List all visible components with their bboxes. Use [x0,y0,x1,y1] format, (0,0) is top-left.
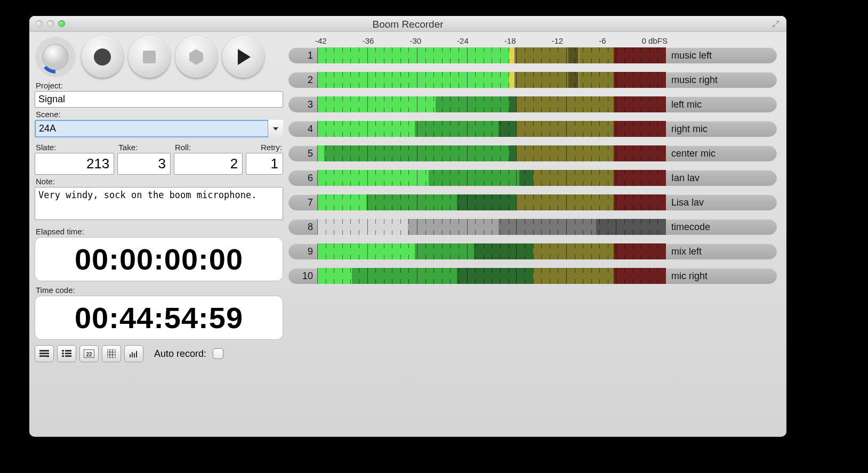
db-scale: -42-36-30-24-18-12-60 dbFS [315,36,668,45]
scene-combo[interactable] [35,120,283,137]
meter-segment [515,72,568,88]
scale-tick: -36 [363,36,374,45]
scale-tick: -42 [315,36,327,45]
meters-panel: -42-36-30-24-18-12-60 dbFS 1music left2m… [288,32,786,437]
meter-segment [614,96,666,112]
meter-segment [415,219,499,235]
channel-name[interactable]: center mic [666,145,777,161]
channel-name[interactable]: timecode [666,219,777,235]
svg-rect-22 [136,351,137,357]
timecode-display: 00:44:54:59 [35,296,283,340]
view-grid-button[interactable] [102,345,121,362]
meter-segment [317,268,352,284]
meter-segment [614,47,666,63]
scene-dropdown-button[interactable] [268,120,283,137]
scale-tick: -18 [504,36,516,45]
level-meter [317,96,666,112]
channel-name[interactable]: music right [666,72,777,88]
channel-number: 5 [288,145,317,161]
scale-tick: -6 [599,36,606,45]
meter-segment [614,145,666,161]
meter-segment [516,145,614,161]
channel-name[interactable]: mic right [666,268,777,284]
channel-name[interactable]: Lisa lav [666,194,777,210]
meter-segment [516,121,614,137]
record-button[interactable] [82,36,123,78]
view-meters-button[interactable] [124,345,143,362]
meter-segment [474,243,533,259]
app-window: Boom Recorder [29,16,786,437]
view-table-button[interactable] [57,345,76,362]
meter-segment [422,243,474,259]
gain-knob[interactable] [35,36,76,78]
take-input[interactable] [117,153,171,175]
retry-label: Retry: [247,143,282,152]
channel-name[interactable]: Ian lav [666,170,777,186]
meter-segment [614,243,666,259]
meter-segment [509,47,515,63]
meter-segment [324,145,387,161]
channel-name[interactable]: mix left [666,243,777,259]
scale-tick: -30 [409,36,421,45]
view-list-button[interactable] [35,345,54,362]
meter-segment [317,47,509,63]
meter-row: 1music left [288,47,777,63]
meter-segment [614,268,666,284]
slate-input[interactable] [35,153,114,175]
meter-segment [317,145,324,161]
left-panel: Project: Scene: Slate: Take: [29,32,288,437]
channel-name[interactable]: right mic [666,121,777,137]
meter-segment [373,194,457,210]
channel-number: 8 [288,219,317,235]
channel-number: 3 [288,96,317,112]
meter-segment [317,72,509,88]
channel-number: 10 [288,268,317,284]
channel-name[interactable]: music left [666,47,777,63]
meter-row: 2music right [288,72,777,88]
elapsed-label: Elapsed time: [36,227,282,236]
project-input[interactable] [35,91,283,108]
svg-rect-19 [130,354,131,357]
view-calendar-button[interactable]: 22 [79,345,99,362]
meter-segment [415,121,422,137]
svg-rect-11 [62,350,64,352]
roll-label: Roll: [175,143,242,152]
elapsed-display: 00:00:00:00 [35,237,283,281]
fullscreen-icon[interactable] [771,20,780,28]
auto-record-checkbox[interactable] [213,348,223,359]
meter-segment [568,47,579,63]
meter-segment [509,96,516,112]
level-meter [317,170,666,186]
retry-input[interactable] [246,153,283,175]
timecode-label: Time code: [36,286,282,295]
scene-label: Scene: [36,110,282,119]
stop-button[interactable] [128,36,170,78]
meter-segment [436,170,519,186]
title-bar: Boom Recorder [29,16,786,32]
meter-row: 6Ian lav [288,170,777,186]
slate-label: Slate: [36,143,113,152]
meter-segment [317,170,429,186]
meter-segment [509,145,516,161]
auto-record-label: Auto record: [154,348,206,360]
channel-number: 6 [288,170,317,186]
meter-segment [457,194,516,210]
roll-input[interactable] [174,153,243,175]
meter-segment [387,145,509,161]
svg-rect-3 [143,51,156,63]
meter-segment [568,72,579,88]
project-label: Project: [36,81,282,90]
pause-button[interactable] [175,36,217,78]
meter-segment [317,243,415,259]
meter-segment [533,243,613,259]
meter-segment [317,194,366,210]
meter-segment [422,121,499,137]
channel-name[interactable]: left mic [666,96,777,112]
meter-segment [516,96,614,112]
note-input[interactable] [35,187,283,220]
meter-segment [509,72,515,88]
meter-segment [499,219,596,235]
meter-segment [516,194,614,210]
play-button[interactable] [222,36,264,78]
level-meter [317,219,666,235]
